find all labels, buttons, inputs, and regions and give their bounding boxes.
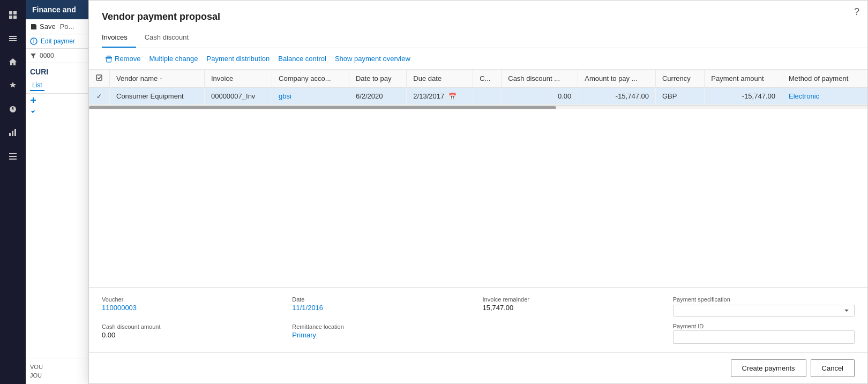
show-payment-overview-button[interactable]: Show payment overview bbox=[332, 52, 414, 65]
balance-control-label: Balance control bbox=[278, 55, 326, 63]
row-currency: GBP bbox=[655, 88, 704, 105]
table-header-row: Vendor name ↑ Invoice Company acco... Da… bbox=[89, 70, 867, 88]
detail-date: Date 11/1/2016 bbox=[292, 296, 474, 317]
row-payment-amount: -15,747.00 bbox=[705, 88, 782, 105]
detail-payment-id: Payment ID bbox=[673, 323, 855, 344]
svg-rect-11 bbox=[9, 156, 17, 157]
remove-button[interactable]: Remove bbox=[102, 52, 144, 65]
svg-rect-15 bbox=[106, 57, 112, 58]
modal-tabs: Invoices Cash discount bbox=[89, 29, 867, 48]
svg-rect-9 bbox=[14, 129, 16, 136]
payment-specification-field: Payment specification bbox=[673, 296, 855, 317]
col-invoice[interactable]: Invoice bbox=[204, 70, 272, 88]
table-row[interactable]: ✓ Consumer Equipment 00000007_Inv gbsi 6… bbox=[89, 88, 867, 105]
row-due-date: 2/13/2017 📅 bbox=[407, 88, 473, 105]
svg-rect-6 bbox=[9, 40, 17, 41]
list-tab[interactable]: List bbox=[30, 80, 44, 91]
cash-discount-amount-label: Cash discount amount bbox=[102, 323, 283, 330]
sidebar-icon-clock[interactable] bbox=[2, 99, 24, 120]
col-date-to-pay[interactable]: Date to pay bbox=[349, 70, 406, 88]
calendar-icon[interactable]: 📅 bbox=[448, 93, 457, 100]
col-vendor-name[interactable]: Vendor name ↑ bbox=[110, 70, 205, 88]
remittance-location-label: Remittance location bbox=[292, 323, 474, 330]
svg-rect-1 bbox=[13, 11, 17, 14]
modal-footer: Create payments Cancel bbox=[89, 352, 867, 383]
row-c bbox=[473, 88, 502, 105]
modal-toolbar: Remove Multiple change Payment distribut… bbox=[89, 48, 867, 70]
row-method-of-payment[interactable]: Electronic bbox=[782, 88, 867, 105]
filter-label: 0000 bbox=[40, 52, 54, 59]
balance-control-button[interactable]: Balance control bbox=[275, 52, 330, 65]
multiple-change-label: Multiple change bbox=[149, 55, 198, 63]
detail-voucher: Voucher 110000003 bbox=[102, 296, 283, 317]
row-date-to-pay: 6/2/2020 bbox=[349, 88, 406, 105]
sidebar-icon-star[interactable] bbox=[2, 75, 24, 96]
cancel-button[interactable]: Cancel bbox=[811, 359, 855, 377]
modal-overlay: Vendor payment proposal Invoices Cash di… bbox=[88, 0, 868, 384]
svg-rect-8 bbox=[12, 131, 13, 136]
payment-id-label: Payment ID bbox=[673, 323, 855, 329]
sidebar-icon-list[interactable] bbox=[2, 146, 24, 167]
detail-section: Voucher 110000003 Date 11/1/2016 Invoice… bbox=[89, 287, 867, 352]
save-button[interactable]: Save bbox=[30, 22, 56, 31]
col-cash-discount[interactable]: Cash discount ... bbox=[502, 70, 578, 88]
svg-text:i: i bbox=[33, 39, 34, 44]
sort-arrow-vendor: ↑ bbox=[160, 76, 162, 82]
svg-rect-2 bbox=[9, 16, 12, 19]
svg-rect-17 bbox=[96, 75, 102, 80]
col-c[interactable]: C... bbox=[473, 70, 502, 88]
svg-rect-0 bbox=[9, 11, 12, 14]
modal-title: Vendor payment proposal bbox=[89, 1, 867, 29]
sidebar-icon-home[interactable] bbox=[2, 51, 24, 73]
date-value[interactable]: 11/1/2016 bbox=[292, 304, 474, 312]
cash-discount-amount-value: 0.00 bbox=[102, 331, 283, 339]
col-method-of-payment[interactable]: Method of payment bbox=[782, 70, 867, 88]
show-payment-overview-label: Show payment overview bbox=[335, 55, 410, 63]
svg-rect-10 bbox=[9, 153, 17, 154]
detail-remittance-location: Remittance location Primary bbox=[292, 323, 474, 344]
col-check bbox=[89, 70, 110, 88]
svg-rect-12 bbox=[9, 159, 17, 160]
detail-invoice-remainder: Invoice remainder 15,747.00 bbox=[483, 296, 664, 317]
col-company-account[interactable]: Company acco... bbox=[272, 70, 349, 88]
voucher-value[interactable]: 110000003 bbox=[102, 304, 283, 312]
detail-right: Payment specification Payment ID bbox=[673, 296, 855, 344]
tab-invoices[interactable]: Invoices bbox=[102, 29, 136, 48]
payment-specification-dropdown[interactable] bbox=[673, 305, 855, 317]
tab-cash-discount[interactable]: Cash discount bbox=[145, 29, 197, 48]
create-payments-button[interactable]: Create payments bbox=[731, 359, 806, 377]
row-cash-discount: 0.00 bbox=[502, 88, 578, 105]
sidebar bbox=[0, 0, 26, 384]
payment-id-input[interactable] bbox=[673, 330, 855, 344]
invoices-table-container[interactable]: Vendor name ↑ Invoice Company acco... Da… bbox=[89, 70, 867, 287]
invoices-table: Vendor name ↑ Invoice Company acco... Da… bbox=[89, 70, 867, 105]
remove-label: Remove bbox=[115, 55, 140, 63]
col-amount-to-pay[interactable]: Amount to pay ... bbox=[578, 70, 656, 88]
sidebar-icon-chart[interactable] bbox=[2, 122, 24, 144]
detail-cash-discount-amount: Cash discount amount 0.00 bbox=[102, 323, 283, 344]
row-company-account[interactable]: gbsi bbox=[272, 88, 349, 105]
payment-specification-label: Payment specification bbox=[673, 296, 855, 303]
col-currency[interactable]: Currency bbox=[655, 70, 704, 88]
table-scrollbar[interactable] bbox=[89, 105, 867, 109]
voucher-label: Voucher bbox=[102, 296, 283, 303]
row-amount-to-pay: -15,747.00 bbox=[578, 88, 656, 105]
sidebar-icon-grid[interactable] bbox=[2, 4, 24, 26]
row-checkmark: ✓ bbox=[96, 93, 102, 100]
svg-rect-5 bbox=[9, 38, 17, 39]
col-payment-amount[interactable]: Payment amount bbox=[705, 70, 782, 88]
sidebar-icon-hamburger[interactable] bbox=[2, 28, 24, 49]
svg-rect-7 bbox=[9, 133, 11, 136]
scrollbar-thumb bbox=[89, 106, 556, 109]
col-due-date[interactable]: Due date bbox=[407, 70, 473, 88]
row-invoice: 00000007_Inv bbox=[204, 88, 272, 105]
multiple-change-button[interactable]: Multiple change bbox=[146, 52, 201, 65]
row-vendor-name: Consumer Equipment bbox=[110, 88, 205, 105]
svg-rect-16 bbox=[107, 56, 111, 57]
invoice-remainder-value: 15,747.00 bbox=[483, 304, 664, 312]
help-icon[interactable]: ? bbox=[854, 6, 859, 18]
payment-distribution-button[interactable]: Payment distribution bbox=[203, 52, 273, 65]
remittance-location-value[interactable]: Primary bbox=[292, 331, 474, 339]
edit-payment-label: Edit paymer bbox=[41, 37, 75, 45]
payment-distribution-label: Payment distribution bbox=[206, 55, 270, 63]
